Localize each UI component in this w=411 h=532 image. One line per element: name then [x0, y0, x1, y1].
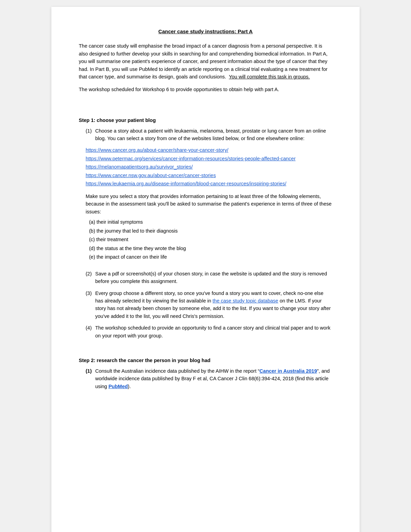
sub-item-e: (e) the impact of cancer on their life [89, 253, 332, 261]
step1-item4-num: (4) [86, 324, 95, 339]
link-cancer-org[interactable]: https://www.cancer.org.au/about-cancer/s… [86, 146, 332, 154]
step2-item1-num: (1) [86, 367, 95, 390]
workshop-note: The workshop scheduled for Workshop 6 to… [79, 86, 332, 93]
step1-item1-content: Choose a story about a patient with leuk… [95, 127, 332, 143]
step1-item3: (3) Every group choose a different story… [79, 289, 332, 320]
link-melanoma[interactable]: https://melanomapatientsorg.au/survivor_… [86, 163, 332, 171]
workshop-note-text: The workshop scheduled for Workshop 6 to… [79, 87, 279, 92]
step2-heading: Step 2: research the cancer the person i… [79, 357, 332, 364]
page-title: Cancer case study instructions: Part A [79, 27, 332, 35]
step1-item3-content: Every group choose a different story, so… [95, 289, 332, 320]
sub-item-d: (d) the status at the time they wrote th… [89, 245, 332, 252]
case-study-database-link[interactable]: the case study topic database [213, 298, 278, 304]
step1-item1-text: Choose a story about a patient with leuk… [95, 128, 326, 141]
step1-heading: Step 1: choose your patient blog [79, 116, 332, 124]
sub-list: (a) their initial symptoms (b) the journ… [79, 218, 332, 261]
step1-item1: (1) Choose a story about a patient with … [79, 127, 332, 143]
step1-item1-num: (1) [86, 127, 95, 143]
intro-underline-text: You will complete this task in groups. [229, 74, 310, 79]
step1-item4: (4) The workshop scheduled to provide an… [79, 324, 332, 339]
title-underline: Part A [238, 28, 253, 34]
step1-item2-num: (2) [86, 270, 95, 285]
step1-item3-num: (3) [86, 289, 95, 320]
sub-item-a: (a) their initial symptoms [89, 218, 332, 226]
intro-paragraph-1: The cancer case study will emphasise the… [79, 42, 332, 81]
sub-item-b: (b) the journey that led to their diagno… [89, 227, 332, 235]
step2-item1-content: Consult the Australian incidence data pu… [95, 367, 332, 390]
link-petermac[interactable]: https://www.petermac.org/services/cancer… [86, 155, 332, 162]
sub-item-c: (c) their treatment [89, 236, 332, 243]
step1-item2-content: Save a pdf or screenshot(s) of your chos… [95, 270, 332, 285]
pubmed-link[interactable]: PubMed [109, 384, 128, 389]
step2-item1: (1) Consult the Australian incidence dat… [79, 367, 332, 390]
title-prefix: Cancer case study instructions: [158, 28, 238, 34]
make-sure-text: Make sure you select a story that provid… [79, 193, 332, 215]
step1-item4-content: The workshop scheduled to provide an opp… [95, 324, 332, 339]
page: Cancer case study instructions: Part A T… [51, 7, 360, 532]
step1-item2: (2) Save a pdf or screenshot(s) of your … [79, 270, 332, 285]
link-leukaemia[interactable]: https://www.leukaemia.org.au/disease-inf… [86, 180, 332, 187]
cancer-australia-2019-link[interactable]: Cancer in Australia 2019 [260, 368, 317, 374]
link-cancer-nsw[interactable]: https://www.cancer.nsw.gov.au/about-canc… [86, 172, 332, 179]
links-block: https://www.cancer.org.au/about-cancer/s… [86, 146, 332, 187]
